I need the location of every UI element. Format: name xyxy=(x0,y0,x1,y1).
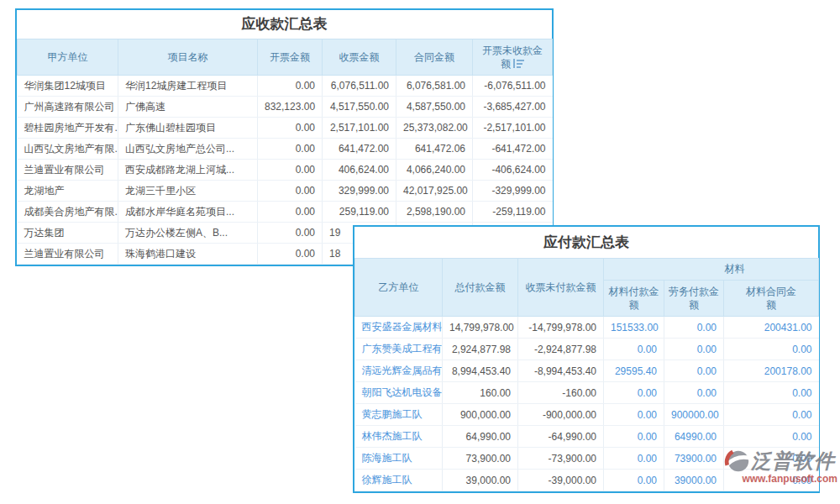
receivables-table-header: 甲方单位 项目名称 开票金额 收票金额 合同金额 开票未收款金额 xyxy=(18,39,553,76)
receivables-cell: 广佛高速 xyxy=(118,97,258,118)
receivables-cell: 0.00 xyxy=(258,223,323,244)
receivables-cell: 龙湖三千里小区 xyxy=(118,181,258,202)
receivables-cell: 成都水岸华庭名苑项目... xyxy=(118,202,258,223)
payables-cell: 200178.00 xyxy=(724,360,819,382)
payables-cell: 2,924,877.98 xyxy=(443,339,518,360)
payables-cell[interactable]: 广东赞美成工程有限 xyxy=(355,339,443,360)
receivables-cell: 珠海鹤港口建设 xyxy=(118,244,258,265)
receivables-cell: 华润集团12城项目 xyxy=(18,76,118,97)
receivables-cell: 42,017,925.00 xyxy=(396,181,473,202)
receivables-cell: 4,587,550.00 xyxy=(396,97,473,118)
receivables-cell: 0.00 xyxy=(258,118,323,139)
receivables-cell: -406,624.00 xyxy=(473,160,553,181)
payables-cell: 39,000.00 xyxy=(443,470,518,491)
payables-cell: -73,900.00 xyxy=(518,448,604,470)
receivables-cell: 兰迪置业有限公司 xyxy=(18,244,118,265)
receivables-cell: 329,999.00 xyxy=(323,181,396,202)
receivables-cell: 万达集团 xyxy=(18,223,118,244)
payables-cell: 14,799,978.00 xyxy=(443,317,518,339)
payables-cell: 29595.40 xyxy=(604,360,664,382)
col-header-party-a: 甲方单位 xyxy=(18,39,118,76)
payables-cell: 73900.00 xyxy=(664,448,724,470)
payables-cell: 64990.00 xyxy=(664,426,724,448)
table-row: 碧桂园房地产开发有...广东佛山碧桂园项目0.002,517,101.0025,… xyxy=(18,118,553,139)
payables-cell[interactable]: 林伟杰施工队 xyxy=(355,426,443,448)
payables-cell: 0.00 xyxy=(724,339,819,360)
payables-cell: 900000.00 xyxy=(664,404,724,426)
table-row: 成都美合房地产有限...成都水岸华庭名苑项目...0.00259,119.002… xyxy=(18,202,553,223)
payables-cell: 0.00 xyxy=(724,426,819,448)
col-header-material-payment: 材料付款金额 xyxy=(604,281,664,317)
payables-cell: 0.00 xyxy=(604,426,664,448)
receivables-cell: 832,123.00 xyxy=(258,97,323,118)
receivables-cell: 641,472.00 xyxy=(323,139,396,160)
table-row: 陈海施工队73,900.00-73,900.000.0073900.000.00 xyxy=(355,448,819,470)
receivables-cell: 0.00 xyxy=(258,76,323,97)
table-row: 山西弘文房地产有限...山西弘文房地产总公司...0.00641,472.006… xyxy=(18,139,553,160)
sort-icon[interactable] xyxy=(513,59,524,68)
col-header-material-contract: 材料合同金额 xyxy=(724,281,819,317)
table-row: 西安盛器金属材料有14,799,978.00-14,799,978.001515… xyxy=(355,317,819,339)
table-row: 清远光辉金属品有限8,994,453.40-8,994,453.4029595.… xyxy=(355,360,819,382)
receivables-cell: 6,076,511.00 xyxy=(323,76,396,97)
table-row: 兰迪置业有限公司西安成都路龙湖上河城...0.00406,624.004,066… xyxy=(18,160,553,181)
receivables-cell: 0.00 xyxy=(258,244,323,265)
col-header-project-name: 项目名称 xyxy=(118,39,258,76)
col-header-receipt-unpaid: 收票未付款金额 xyxy=(518,259,604,317)
col-header-receipt-amount: 收票金额 xyxy=(323,39,396,76)
receivables-cell: 4,517,550.00 xyxy=(323,97,396,118)
table-row: 徐辉施工队39,000.00-39,000.000.0039000.000.00 xyxy=(355,470,819,491)
table-row: 龙湖地产龙湖三千里小区0.00329,999.0042,017,925.00-3… xyxy=(18,181,553,202)
payables-cell[interactable]: 西安盛器金属材料有 xyxy=(355,317,443,339)
payables-cell: 0.00 xyxy=(604,404,664,426)
receivables-cell: -259,119.00 xyxy=(473,202,553,223)
payables-cell: 0.00 xyxy=(604,382,664,404)
payables-cell[interactable]: 黄志鹏施工队 xyxy=(355,404,443,426)
payables-cell[interactable]: 清远光辉金属品有限 xyxy=(355,360,443,382)
payables-cell: 0.00 xyxy=(664,317,724,339)
receivables-cell: 0.00 xyxy=(258,181,323,202)
col-header-contract-amount: 合同金额 xyxy=(396,39,473,76)
payables-cell: 160.00 xyxy=(443,382,518,404)
payables-table-title: 应付款汇总表 xyxy=(354,227,818,258)
payables-cell: 8,994,453.40 xyxy=(443,360,518,382)
receivables-table-title: 应收款汇总表 xyxy=(17,10,552,39)
receivables-cell: 0.00 xyxy=(258,202,323,223)
col-header-party-b: 乙方单位 xyxy=(355,259,443,317)
receivables-cell: 259,119.00 xyxy=(323,202,396,223)
receivables-cell: -6,076,511.00 xyxy=(473,76,553,97)
payables-cell[interactable]: 朝阳飞达机电设备有 xyxy=(355,382,443,404)
payables-cell: 0.00 xyxy=(724,404,819,426)
payables-cell[interactable]: 陈海施工队 xyxy=(355,448,443,470)
receivables-cell: 4,066,240.00 xyxy=(396,160,473,181)
table-row: 广州高速路有限公司广佛高速832,123.004,517,550.004,587… xyxy=(18,97,553,118)
payables-cell: 0.00 xyxy=(724,470,819,491)
receivables-cell: 2,598,190.00 xyxy=(396,202,473,223)
col-header-invoiced-amount: 开票金额 xyxy=(258,39,323,76)
payables-cell: -2,924,877.98 xyxy=(518,339,604,360)
payables-cell: 0.00 xyxy=(604,470,664,491)
payables-cell: -8,994,453.40 xyxy=(518,360,604,382)
receivables-cell: 万达办公楼左侧A、B... xyxy=(118,223,258,244)
table-row: 华润集团12城项目华润12城房建工程项目0.006,076,511.006,07… xyxy=(18,76,553,97)
payables-cell: 0.00 xyxy=(664,360,724,382)
payables-cell: 0.00 xyxy=(604,448,664,470)
receivables-cell: 641,472.06 xyxy=(396,139,473,160)
col-header-total-payment: 总付款金额 xyxy=(443,259,518,317)
payables-cell[interactable]: 徐辉施工队 xyxy=(355,470,443,491)
receivables-cell: 406,624.00 xyxy=(323,160,396,181)
payables-cell: 0.00 xyxy=(604,339,664,360)
payables-summary-panel: 应付款汇总表 乙方单位 总付款金额 收票未付款金额 材料 材料付款金额 劳务付款… xyxy=(353,225,820,493)
col-header-invoiced-unpaid-label: 开票未收款金额 xyxy=(482,45,543,70)
payables-cell: -14,799,978.00 xyxy=(518,317,604,339)
payables-cell: 151533.00 xyxy=(604,317,664,339)
payables-cell: -39,000.00 xyxy=(518,470,604,491)
payables-cell: 0.00 xyxy=(664,339,724,360)
payables-cell: 0.00 xyxy=(664,382,724,404)
table-row: 广东赞美成工程有限2,924,877.98-2,924,877.980.000.… xyxy=(355,339,819,360)
receivables-cell: 山西弘文房地产总公司... xyxy=(118,139,258,160)
receivables-cell: 西安成都路龙湖上河城... xyxy=(118,160,258,181)
receivables-cell: -2,517,101.00 xyxy=(473,118,553,139)
payables-cell: -64,990.00 xyxy=(518,426,604,448)
payables-cell: -160.00 xyxy=(518,382,604,404)
